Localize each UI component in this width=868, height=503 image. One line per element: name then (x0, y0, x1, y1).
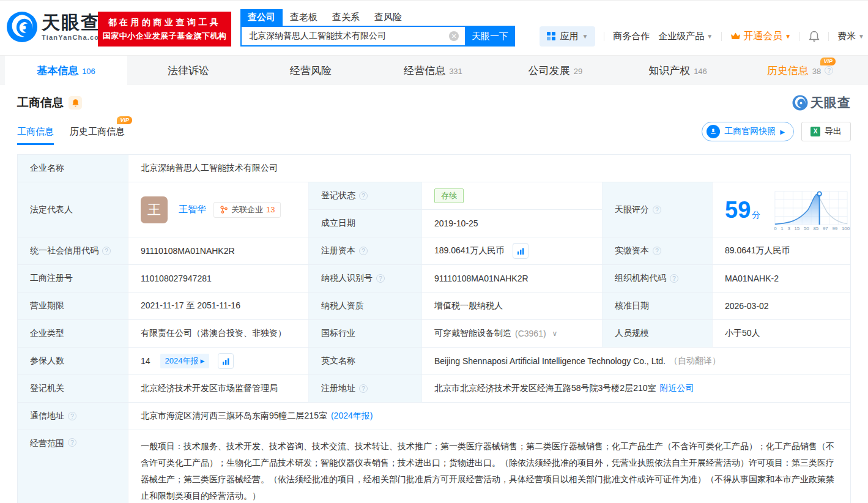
business-term-value: 2021-11-17 至 2051-11-16 (128, 292, 308, 319)
field-label: 天眼评分 ? (602, 182, 712, 237)
approval-date-value: 2026-03-02 (712, 292, 850, 319)
registration-info-table: 企业名称 北京深纳普思人工智能技术有限公司 法定代表人 王 王智华 (17, 154, 851, 503)
field-label: 企业名称 (18, 155, 128, 182)
watermark-logo: 天眼查 (792, 94, 851, 111)
taxpayer-id-value: 91110108MA01NAHK2R (421, 265, 602, 292)
field-label: 纳税人识别号? (308, 265, 421, 292)
nearby-companies-link[interactable]: 附近公司 (660, 383, 694, 394)
subtab-history-registration[interactable]: VIP 历史工商信息 (70, 126, 125, 145)
slogan-line2: 国家中小企业发展子基金旗下机构 (103, 31, 227, 42)
clear-icon[interactable]: ✕ (449, 31, 459, 41)
table-row: 营业期限 2021-11-17 至 2051-11-16 纳税人资质 增值税一般… (18, 292, 850, 319)
tab-business-info[interactable]: 经营信息331 (372, 56, 494, 85)
registered-address-cell: 北京市北京经济技术开发区经海五路58号院3号楼2层210室 附近公司 (421, 375, 850, 402)
official-snapshot-button[interactable]: 工商官网快照 ▶ (702, 122, 794, 141)
notification-bell-icon[interactable] (809, 31, 820, 42)
help-icon[interactable]: ? (376, 274, 385, 283)
search-tab-risk[interactable]: 查风险 (367, 9, 409, 26)
insured-count-cell: 14 2024年报▶ (128, 348, 308, 374)
help-icon[interactable]: ? (359, 384, 368, 393)
watermark-text: 天眼查 (811, 94, 851, 111)
business-scope-cell: 一般项目：技术服务、技术开发、技术咨询、技术交流、技术转让、技术推广；第一类医疗… (128, 430, 850, 503)
field-label: 登记机关 (18, 375, 128, 402)
search-tab-boss[interactable]: 查老板 (283, 9, 325, 26)
help-icon[interactable]: ? (68, 412, 76, 420)
business-scope-text: 一般项目：技术服务、技术开发、技术咨询、技术交流、技术转让、技术推广；第一类医疗… (141, 438, 842, 503)
annual-report-pill[interactable]: 2024年报▶ (160, 354, 210, 368)
subscribe-bell-button[interactable] (69, 96, 82, 110)
help-icon[interactable]: ? (359, 192, 368, 200)
apps-menu[interactable]: 应用 ▼ (540, 26, 595, 47)
export-button[interactable]: X 导出 (801, 122, 851, 141)
taxpayer-quality-value: 增值税一般纳税人 (421, 292, 602, 319)
play-caret-icon: ▶ (201, 358, 205, 364)
search-tab-relation[interactable]: 查关系 (325, 9, 367, 26)
auto-translate-note: （自动翻译） (669, 356, 721, 367)
help-icon[interactable]: ? (825, 66, 833, 75)
search-button[interactable]: 天眼一下 (465, 26, 515, 47)
field-label: 注册资本? (308, 237, 421, 264)
field-label: 统一社会信用代码? (18, 237, 128, 264)
enterprise-products-menu[interactable]: 企业级产品 ▼ (658, 31, 713, 42)
brand-slogan-banner: 都在用的商业查询工具 国家中小企业发展子基金旗下机构 (98, 12, 231, 47)
field-label: 参保人数 (18, 348, 128, 374)
vip-badge: VIP (820, 58, 836, 65)
tab-basic-info[interactable]: 基本信息106 (5, 56, 127, 85)
top-menu: 应用 ▼ 商务合作 企业级产品 ▼ 开通会员 ▼ (540, 25, 864, 47)
tab-legal-proceedings[interactable]: 法律诉讼 (127, 56, 250, 85)
divider (604, 32, 604, 41)
divider (721, 32, 722, 41)
insured-trend-button[interactable] (218, 353, 234, 369)
credit-code-value: 91110108MA01NAHK2R (128, 237, 308, 264)
tianyancha-swirl-icon (6, 11, 38, 43)
help-icon[interactable]: ? (68, 438, 76, 447)
tab-operating-risk[interactable]: 经营风险 (250, 56, 372, 85)
subtab-current-registration[interactable]: 工商信息 (17, 126, 54, 145)
user-menu[interactable]: 费米 ▼ (837, 31, 864, 42)
table-row: 登记机关 北京经济技术开发区市场监督管理局 注册地址? 北京市北京经济技术开发区… (18, 374, 850, 402)
apps-grid-icon (547, 32, 556, 41)
field-label: 登记状态 ? (308, 182, 421, 209)
field-label: 工商注册号 (18, 265, 128, 292)
company-nav-tabs: 基本信息106 法律诉讼 经营风险 经营信息331 公司发展29 知识产权146… (0, 55, 868, 85)
capital-trend-button[interactable] (513, 243, 529, 259)
established-date-value: 2019-10-25 (421, 209, 602, 237)
help-icon[interactable]: ? (102, 247, 111, 255)
table-row: 工商注册号 110108027947281 纳税人识别号? 91110108MA… (18, 264, 850, 292)
caret-down-icon: ▼ (582, 33, 588, 40)
registration-authority-value: 北京经济技术开发区市场监督管理局 (128, 375, 308, 402)
help-icon[interactable]: ? (653, 206, 661, 214)
related-companies-button[interactable]: 关联企业 13 (213, 202, 281, 218)
open-vip-menu[interactable]: 开通会员 ▼ (730, 30, 791, 43)
field-label: 注册地址? (308, 375, 421, 402)
table-row: 企业类型 有限责任公司（港澳台投资、非独资） 国标行业 可穿戴智能设备制造(C3… (18, 319, 850, 347)
search-tab-company[interactable]: 查公司 (240, 9, 283, 26)
registration-subtabs: 工商信息 VIP 历史工商信息 (17, 126, 125, 145)
staff-size-value: 小于50人 (712, 320, 850, 347)
table-row: 法定代表人 王 王智华 关联企业 13 (18, 182, 850, 237)
legal-rep-link[interactable]: 王智华 (179, 204, 206, 215)
search-box: 查公司 查老板 查关系 查风险 ✕ 天眼一下 (240, 10, 515, 47)
brand-domain: TianYanCha.com (42, 34, 106, 41)
tab-intellectual-property[interactable]: 知识产权146 (617, 56, 739, 85)
field-label: 营业期限 (18, 292, 128, 319)
help-icon[interactable]: ? (653, 247, 661, 255)
slogan-line1: 都在用的商业查询工具 (108, 17, 221, 28)
field-label: 法定代表人 (18, 182, 128, 237)
field-label: 成立日期 (308, 209, 421, 237)
help-icon[interactable]: ? (670, 274, 678, 283)
mailing-address-cell: 北京市海淀区清河西三旗环岛东南95幢二层215室 (2024年报) (128, 403, 850, 430)
brand-logo[interactable]: 天眼查 TianYanCha.com (6, 11, 106, 43)
business-cooperation-link[interactable]: 商务合作 (613, 31, 650, 42)
tab-company-development[interactable]: 公司发展29 (494, 56, 617, 85)
chevron-down-icon[interactable]: ∨ (552, 329, 558, 338)
stamp-icon (707, 125, 720, 138)
field-label: 纳税人资质 (308, 292, 421, 319)
help-icon[interactable]: ? (359, 247, 368, 255)
annual-report-link[interactable]: (2024年报) (331, 411, 373, 422)
search-input[interactable] (240, 26, 465, 47)
tab-history-info[interactable]: VIP 历史信息38 ? (739, 56, 861, 85)
field-label: 企业类型 (18, 320, 128, 347)
field-label: 经营范围? (18, 430, 128, 503)
main-content: 工商信息 天眼查 工商信息 (0, 94, 868, 503)
